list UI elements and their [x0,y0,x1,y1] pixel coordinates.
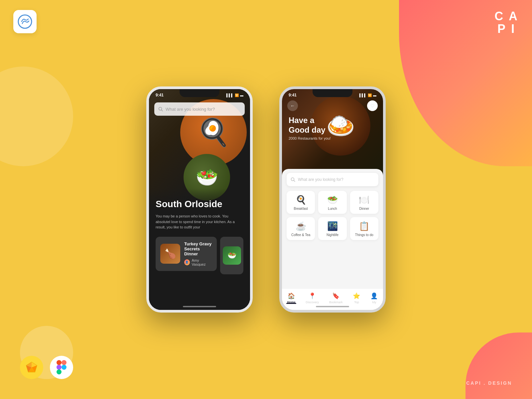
phone2-status-bar: 9:41 ▌▌▌ 🛜 ▬ [282,91,383,99]
svg-rect-7 [57,360,62,365]
figma-logo-badge [50,356,73,379]
phone2-greeting: Have aGood day [289,116,331,135]
nightlife-label: Nightlife [327,233,338,237]
things-to-do-icon: 📋 [359,222,369,230]
battery-icon-2: ▬ [373,93,376,97]
phone-1: 🍳 🥗 9:41 ▌▌▌ 🛜 ▬ What are you looking fo… [146,86,253,313]
phone1-description: You may be a person who loves to cook. Y… [156,213,243,230]
svg-rect-10 [57,369,62,374]
search-icon [158,107,163,111]
battery-icon: ▬ [240,93,243,97]
phones-container: 🍳 🥗 9:41 ▌▌▌ 🛜 ▬ What are you looking fo… [146,86,386,313]
phone2-time: 9:41 [289,93,297,97]
nav-top[interactable]: ⭐ Top [353,292,360,304]
back-button[interactable]: ← [287,100,298,111]
dinner-icon: 🍽️ [359,196,369,204]
category-grid: 🍳 Breakfast 🥗 Lunch 🍽️ Dinner ☕ Coffee &… [282,186,383,245]
category-dinner[interactable]: 🍽️ Dinner [350,191,378,214]
top-icon: ⭐ [353,292,360,300]
nav-home[interactable]: 🏠 Home [287,292,295,304]
phone2-search-bar[interactable]: What are you looking for? [287,173,378,186]
capi-bottom-right-label: CAPI . DESIGN [466,380,512,386]
category-lunch[interactable]: 🥗 Lunch [318,191,346,214]
bookmark-label: Bookmark [329,301,343,304]
category-nightlife[interactable]: 🌃 Nightlife [318,217,346,240]
phone1-status-icons: ▌▌▌ 🛜 ▬ [226,93,243,97]
dinner-label: Dinner [359,207,369,210]
wifi-icon-2: 🛜 [368,93,372,97]
search-icon-2 [291,177,295,182]
phone-2: 9:41 ▌▌▌ 🛜 ▬ 🍛 ← ♡ Have aGood day 2000 R… [279,86,386,313]
phone1-search-placeholder: What are you looking for? [166,107,215,112]
phone1-main-content: South Orloside You may be a person who l… [149,189,250,310]
phone2-header-text: Have aGood day 2000 Restaurants for you! [289,116,331,140]
nav-discovery[interactable]: 📍 Discovery [306,292,319,304]
signal-icon-2: ▌▌▌ [359,93,366,97]
my-label: My [372,301,376,304]
capi-top-right-label: C AP I [494,10,519,35]
bottom-logos [20,356,73,379]
phone2-main-content: What are you looking for? 🍳 Breakfast 🥗 … [282,169,383,310]
nightlife-icon: 🌃 [327,222,338,230]
recipe-info-1: Turkey Gravy Secrets Dinner 👤 Amy Vasque… [184,241,212,266]
signal-icon: ▌▌▌ [226,93,233,97]
svg-line-15 [294,181,295,182]
phone2-subtitle: 2000 Restaurants for you! [289,136,331,140]
category-things-to-do[interactable]: 📋 Things to do [350,217,378,240]
author-avatar-1: 👤 [184,259,190,265]
svg-rect-8 [62,360,66,365]
category-coffee[interactable]: ☕ Coffee & Tea [287,217,315,240]
bg-decor-corner-bottom-right [466,332,532,399]
home-icon: 🏠 [288,292,295,300]
lunch-icon: 🥗 [327,196,338,204]
phone2-home-indicator [316,306,349,307]
discovery-label: Discovery [306,301,319,304]
lunch-label: Lunch [328,207,337,210]
svg-point-11 [62,365,66,370]
recipe-cards-row: 🍗 Turkey Gravy Secrets Dinner 👤 Amy Vasq… [156,237,243,274]
coffee-icon: ☕ [296,222,306,230]
svg-line-13 [162,110,163,111]
recipe-card-1[interactable]: 🍗 Turkey Gravy Secrets Dinner 👤 Amy Vasq… [156,237,217,271]
bg-decor-circle-left [0,66,73,166]
things-to-do-label: Things to do [355,233,373,237]
recipe-title-1: Turkey Gravy Secrets Dinner [184,241,212,256]
recipe-thumbnail-2: 🥗 [223,246,241,265]
discovery-icon: 📍 [309,292,316,300]
phone2-search-placeholder: What are you looking for? [298,177,343,182]
breakfast-icon: 🍳 [296,196,306,204]
phone2-status-icons: ▌▌▌ 🛜 ▬ [359,93,376,97]
phone1-time: 9:41 [156,93,164,97]
nav-bookmark[interactable]: 🔖 Bookmark [329,292,343,304]
phone1-home-indicator [183,306,216,307]
bookmark-icon: 🔖 [332,292,339,300]
coffee-label: Coffee & Tea [291,233,310,237]
wifi-icon: 🛜 [235,93,239,97]
nav-active-indicator [286,303,296,304]
recipe-thumbnail-1: 🍗 [160,244,180,264]
top-label: Top [354,301,359,304]
recipe-author-1: 👤 Amy Vasquez [184,258,212,266]
phone2-header-nav: ← ♡ [287,100,378,111]
sketch-logo-badge [20,356,43,379]
phone1-notch [180,89,219,97]
logo-top-left [13,10,37,33]
nav-my[interactable]: 👤 My [370,292,378,304]
category-breakfast[interactable]: 🍳 Breakfast [287,191,315,214]
phone1-restaurant-title: South Orloside [156,199,243,210]
breakfast-label: Breakfast [294,207,308,210]
svg-rect-9 [57,365,62,370]
my-icon: 👤 [370,292,378,300]
recipe-card-2[interactable]: 🥗 [220,237,243,274]
phone1-search-bar[interactable]: What are you looking for? [154,102,245,116]
favorite-button[interactable]: ♡ [367,100,378,111]
